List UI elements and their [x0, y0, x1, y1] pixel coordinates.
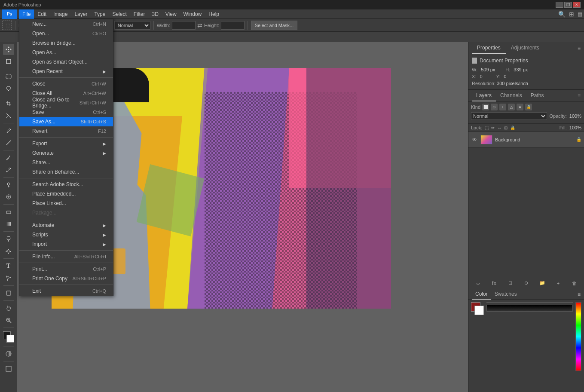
- tool-move[interactable]: [3, 44, 14, 55]
- layer-item-background[interactable]: 👁 Background 🔒: [468, 132, 584, 147]
- color-menu-icon[interactable]: ≡: [578, 291, 581, 297]
- menu-generate[interactable]: Generate ▶: [19, 148, 113, 158]
- menu-view[interactable]: View: [162, 9, 180, 19]
- color-hue-slider[interactable]: [575, 302, 581, 371]
- menu-place-embedded[interactable]: Place Embedded...: [19, 189, 113, 199]
- width-input[interactable]: [172, 21, 196, 30]
- tool-lasso[interactable]: [3, 83, 14, 94]
- color-spectrum-bar[interactable]: [486, 305, 573, 312]
- tab-adjustments[interactable]: Adjustments: [506, 43, 544, 54]
- menu-automate[interactable]: Automate ▶: [19, 220, 113, 230]
- tool-eraser[interactable]: [3, 206, 14, 217]
- adjust-filter-icon[interactable]: ⊙: [491, 104, 498, 110]
- tool-quick-mask[interactable]: [3, 348, 14, 359]
- text-filter-icon[interactable]: T: [499, 104, 506, 110]
- menu-image[interactable]: Image: [50, 9, 71, 19]
- menu-layer[interactable]: Layer: [71, 9, 91, 19]
- swap-dimensions-icon[interactable]: ⇄: [197, 22, 202, 29]
- menu-file[interactable]: File: [19, 9, 34, 19]
- menu-exit[interactable]: Exit Ctrl+Q: [19, 286, 113, 296]
- tool-eyedropper[interactable]: [3, 125, 14, 136]
- tool-text[interactable]: T: [3, 260, 14, 272]
- tool-path-select[interactable]: [3, 273, 14, 284]
- menu-place-linked[interactable]: Place Linked...: [19, 199, 113, 208]
- menu-export[interactable]: Export ▶: [19, 139, 113, 148]
- tab-color[interactable]: Color: [472, 289, 491, 300]
- lock-pixel-icon[interactable]: ⬚: [485, 126, 489, 130]
- close-button[interactable]: ✕: [573, 2, 581, 8]
- tool-zoom[interactable]: [3, 315, 14, 326]
- menu-import[interactable]: Import ▶: [19, 239, 113, 249]
- workspace-icon[interactable]: ⊞: [569, 11, 574, 18]
- menu-open-recent[interactable]: Open Recent ▶: [19, 67, 113, 76]
- menu-open[interactable]: Open... Ctrl+O: [19, 29, 113, 38]
- background-color[interactable]: [6, 335, 14, 343]
- minimize-button[interactable]: —: [556, 2, 563, 8]
- color-swatches[interactable]: [3, 331, 14, 343]
- link-layers-icon[interactable]: ∞: [474, 279, 483, 288]
- tool-shape[interactable]: [3, 288, 14, 299]
- tab-swatches[interactable]: Swatches: [491, 289, 520, 300]
- tab-layers[interactable]: Layers: [472, 90, 496, 101]
- menu-revert[interactable]: Revert F12: [19, 126, 113, 136]
- tool-brush[interactable]: [3, 152, 14, 163]
- maximize-button[interactable]: ❐: [564, 2, 572, 8]
- layers-menu-icon[interactable]: ≡: [578, 93, 581, 99]
- menu-close[interactable]: Close Ctrl+W: [19, 79, 113, 89]
- tool-clone-stamp[interactable]: [3, 179, 14, 190]
- lock-filter-icon[interactable]: 🔒: [525, 104, 532, 110]
- menu-scripts[interactable]: Scripts ▶: [19, 230, 113, 239]
- group-layer-icon[interactable]: 📁: [538, 279, 547, 288]
- menu-select[interactable]: Select: [109, 9, 130, 19]
- lock-all-icon[interactable]: 🔒: [510, 126, 515, 130]
- menu-print-one-copy[interactable]: Print One Copy Alt+Shift+Ctrl+P: [19, 274, 113, 283]
- tool-pencil[interactable]: [3, 164, 14, 175]
- menu-open-as[interactable]: Open As...: [19, 48, 113, 57]
- lock-paint-icon[interactable]: ✏: [491, 126, 495, 130]
- menu-search-stock[interactable]: Search Adobe Stock...: [19, 180, 113, 189]
- menu-share[interactable]: Share...: [19, 158, 113, 167]
- lock-move-icon[interactable]: ↔: [497, 126, 501, 130]
- tool-slice[interactable]: [3, 110, 14, 121]
- menu-open-smart-object[interactable]: Open as Smart Object...: [19, 57, 113, 67]
- menu-window[interactable]: Window: [180, 9, 205, 19]
- style-select[interactable]: Normal Fixed Ratio Fixed Size: [114, 21, 150, 30]
- shape-filter-icon[interactable]: △: [508, 104, 515, 110]
- menu-new[interactable]: New... Ctrl+N: [19, 19, 113, 29]
- menu-browse-bridge[interactable]: Browse in Bridge...: [19, 38, 113, 48]
- menu-close-bridge[interactable]: Close and Go to Bridge... Shift+Ctrl+W: [19, 98, 113, 107]
- color-gradient-picker[interactable]: [486, 302, 573, 303]
- tool-hand[interactable]: [3, 303, 14, 314]
- tab-properties[interactable]: Properties: [472, 43, 506, 54]
- effect-filter-icon[interactable]: ★: [517, 104, 523, 110]
- menu-type[interactable]: Type: [91, 9, 109, 19]
- add-effect-icon[interactable]: fx: [490, 279, 498, 288]
- pixel-filter-icon[interactable]: ⬜: [482, 104, 489, 110]
- lock-artboard-icon[interactable]: ⊞: [504, 126, 508, 130]
- menu-save[interactable]: Save Ctrl+S: [19, 107, 113, 117]
- new-layer-icon[interactable]: +: [554, 279, 563, 288]
- tool-measure[interactable]: [3, 137, 14, 148]
- select-mask-button[interactable]: Select and Mask...: [251, 21, 298, 30]
- color-picker-dot[interactable]: [536, 302, 540, 303]
- add-mask-icon[interactable]: ⊡: [506, 279, 514, 288]
- menu-save-as[interactable]: Save As... Shift+Ctrl+S: [19, 117, 113, 126]
- search-icon[interactable]: 🔍: [558, 11, 566, 18]
- tool-select-rect[interactable]: [3, 71, 14, 82]
- tool-dodge[interactable]: [3, 233, 14, 245]
- menu-filter[interactable]: Filter: [130, 9, 149, 19]
- tab-paths[interactable]: Paths: [526, 90, 548, 101]
- tool-heal[interactable]: [3, 191, 14, 202]
- arrange-icon[interactable]: ▤: [578, 11, 582, 17]
- adjustment-layer-icon[interactable]: ⊙: [522, 279, 530, 288]
- height-input[interactable]: [221, 21, 245, 30]
- blend-mode-select[interactable]: Normal: [471, 112, 547, 120]
- panel-menu-icon[interactable]: ≡: [578, 45, 581, 51]
- menu-share-behance[interactable]: Share on Behance...: [19, 167, 113, 177]
- tool-screen-mode[interactable]: [3, 363, 14, 374]
- tool-crop[interactable]: [3, 98, 14, 109]
- tool-artboard[interactable]: [3, 56, 14, 67]
- tab-channels[interactable]: Channels: [496, 90, 526, 101]
- menu-edit[interactable]: Edit: [34, 9, 50, 19]
- tool-pen[interactable]: [3, 245, 14, 257]
